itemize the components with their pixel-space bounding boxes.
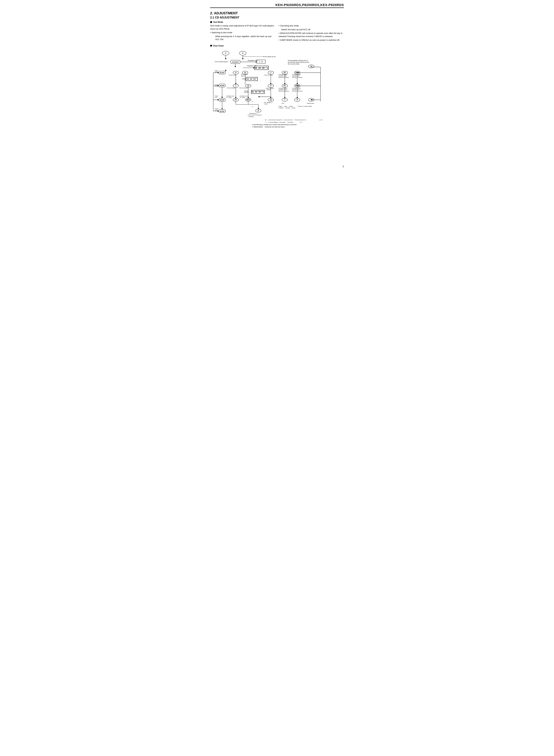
svg-text:BAND: BAND [220, 72, 224, 73]
svg-text:SOURCE: SOURCE [232, 61, 239, 63]
svg-text:select  *1: select *1 [241, 75, 245, 76]
svg-text:Single → 4TRK → 10TRK: Single → 4TRK → 10TRK [279, 106, 293, 107]
svg-text:FF: FF [235, 99, 237, 101]
svg-text:select: select [264, 103, 268, 105]
svg-text:example: example [244, 91, 249, 93]
svg-text:During regulator off,press the: During regulator off,press the 12 [288, 60, 308, 61]
single-label: • SINGLE/10TRK/32TRK will continue to op… [279, 32, 344, 38]
svg-text:(in the case of continuous: (in the case of continuous [248, 114, 262, 116]
svg-text:9: 9 [235, 72, 236, 73]
svg-text:<Close tracking >: <Close tracking > [264, 74, 274, 76]
flowchart: 4 6 ACC,Back-up ON <Regulator OFF> CD PL… [210, 49, 344, 161]
left-column: Test mode is mainly used adjustment of I… [210, 24, 275, 42]
svg-text:this key is pressed.: this key is pressed. [279, 76, 289, 78]
canceling-label: • Canceling test mode [279, 24, 344, 27]
svg-text:Normal display→ Focus gain  → : Normal display→ Focus gain → Track gain … [270, 121, 295, 123]
svg-text:Carriage  shifted: Carriage shifted [292, 87, 301, 89]
svg-text:Power: Power [215, 84, 218, 85]
test-mode-header: Test Mode [210, 21, 344, 23]
svg-text:Carriage  shifted: Carriage shifted [292, 74, 301, 75]
svg-text:*4  SINGLE/4/10/32 →  continuo: *4 SINGLE/4/10/32 → continuous even afte… [252, 126, 285, 128]
svg-text:OFF: OFF [215, 85, 217, 87]
svg-text:OFF: OFF [215, 97, 217, 98]
header-title: KEH-P9200RDS,P8200RDS,KEX-P820RDS [275, 3, 344, 7]
test-mode-intro: Test mode is mainly used adjustment of I… [210, 24, 275, 30]
svg-text:inwards  while: inwards while [292, 89, 299, 90]
svg-text:Power: Power [215, 70, 218, 71]
page-number: 3 [210, 165, 344, 168]
svg-text:1  11: 1 11 [259, 61, 263, 62]
header: KEH-P9200RDS,P8200RDS,KEX-P820RDS [210, 3, 344, 8]
svg-text:FF: FF [284, 85, 286, 87]
flow-chart-header: Flow Chart [210, 45, 344, 47]
svg-text:Carriage move: Carriage move [226, 95, 234, 97]
svg-text:Power: Power [215, 95, 218, 97]
bullet-icon-2 [210, 45, 212, 47]
bullet-icon [210, 21, 212, 23]
svg-text:BAND: BAND [220, 99, 224, 101]
svg-text:9: 9 [297, 99, 298, 101]
svg-text:Focus mode: Focus mode [241, 74, 248, 75]
switching-text: While pressing the 4, 6 keys together, s… [210, 35, 275, 41]
svg-text:<Close tracking >: <Close tracking > [227, 87, 236, 88]
svg-text:BAND: BAND [220, 85, 224, 86]
svg-text:7: 7 [284, 99, 285, 101]
svg-text:<Close focus>: <Close focus> [228, 74, 236, 76]
svg-text:<Close spindle>: <Close spindle> [265, 87, 274, 89]
svg-text:(Rough): (Rough) [267, 89, 271, 90]
jump-label: • JUMP MODE resets to SINGLE as soon as … [279, 39, 344, 42]
svg-text:this key is pressed.: this key is pressed. [279, 90, 289, 92]
svg-text:AGC display *2: AGC display *2 [264, 102, 272, 103]
svg-text:8: 8 [258, 110, 259, 112]
svg-text:ACC,Back-up ON: ACC,Back-up ON [265, 56, 276, 57]
svg-text:4: 4 [225, 52, 226, 54]
svg-text:AGC: AGC [282, 103, 284, 104]
svg-text:*2: *2 [265, 121, 267, 123]
subsection-title: 2.1 CD ADJUSTMENT [210, 16, 344, 19]
svg-text:inwards  while: inwards while [292, 75, 299, 76]
svg-text:Display: Display [244, 90, 248, 91]
svg-text:Carriage  shifted: Carriage shifted [279, 74, 287, 75]
svg-text:<Close tracking >: <Close tracking > [239, 87, 249, 88]
svg-text:*4: *4 [252, 106, 253, 108]
svg-text:}: } [298, 105, 298, 106]
svg-text:CD PLAYER SELECT: CD PLAYER SELECT [215, 61, 228, 62]
svg-text:REV: REV [246, 99, 250, 101]
svg-text:this key is pressed.: this key is pressed. [292, 90, 302, 92]
svg-text:7: 7 [270, 72, 271, 73]
canceling-text: Switch the back up and ACC off. [279, 28, 344, 31]
svg-text:OFF: OFF [215, 109, 217, 111]
svg-text:Tracking  open: Tracking open [307, 103, 315, 104]
switching-label: • Switching to test mode [210, 31, 275, 34]
svg-text:key and the system will be put: key and the system will be put into [288, 61, 309, 63]
right-column: • Canceling test mode Switch the back up… [279, 24, 344, 42]
svg-text:or T. jump: or T. jump [226, 97, 232, 98]
svg-text:Power: Power [215, 108, 218, 109]
svg-text:FF: FF [284, 72, 286, 73]
svg-text:11 11'11": 11 11'11" [246, 78, 257, 80]
svg-text:12: 12 [247, 85, 249, 87]
section-title: 2. ADJUSTMENT [210, 11, 344, 15]
svg-text:C.MOVE ← 100TRK← 32TRK ←: C.MOVE ← 100TRK← 32TRK ← [279, 107, 297, 109]
svg-text:SELECT T.JUMP MODE: SELECT T.JUMP MODE [298, 106, 312, 107]
svg-text:BAND: BAND [220, 110, 224, 112]
svg-text:01 02'56"*2: 01 02'56"*2 [252, 91, 264, 93]
svg-text:12: 12 [244, 72, 246, 73]
svg-text:00 00'00"*1: 00 00'00"*1 [255, 66, 268, 69]
svg-text:Carriage move: Carriage move [240, 95, 248, 97]
svg-text:this key is pressed.: this key is pressed. [292, 76, 302, 78]
svg-text:7: 7 [235, 85, 236, 87]
svg-text:the new test mode.: the new test mode. [288, 63, 299, 65]
svg-text:jumping): jumping) [248, 116, 254, 117]
svg-text:Tracking  open: Tracking open [249, 113, 257, 114]
svg-text:*3: *3 [252, 101, 253, 102]
svg-text:outwards  while: outwards while [279, 89, 287, 90]
svg-text:*3 100 TRK jump & carriage mov: *3 100 TRK jump & carriage move continue… [252, 124, 297, 125]
svg-text:or T. jump: or T. jump [240, 97, 245, 98]
svg-text:Normal focus close 00→ S curve: Normal focus close 00→ S curve check 01 … [270, 119, 307, 121]
svg-text:outwards  while: outwards while [279, 75, 287, 76]
svg-text:Carriage  shifted: Carriage shifted [279, 87, 287, 89]
svg-text:9: 9 [270, 85, 271, 87]
svg-text:*1: *1 [265, 119, 267, 121]
svg-text:12: 12 [270, 99, 272, 101]
